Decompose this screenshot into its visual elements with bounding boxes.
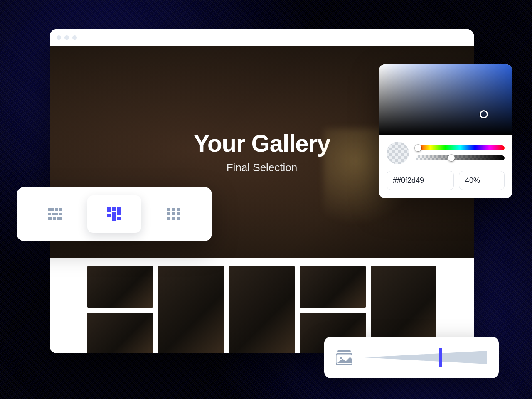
size-slider-handle[interactable] <box>439 348 442 367</box>
color-picker-panel: ##0f2d49 40% <box>379 64 512 198</box>
window-dot <box>57 35 61 40</box>
image-icon <box>336 350 352 365</box>
transparency-swatch <box>387 142 409 164</box>
window-dot <box>64 35 69 40</box>
svg-rect-19 <box>172 212 175 215</box>
color-controls: ##0f2d49 40% <box>379 135 512 198</box>
svg-rect-22 <box>172 217 175 220</box>
layout-masonry-icon <box>107 207 121 221</box>
svg-rect-12 <box>112 212 116 221</box>
svg-marker-27 <box>364 351 487 364</box>
svg-rect-6 <box>48 217 52 220</box>
color-saturation-area[interactable] <box>379 64 512 135</box>
hex-value: ##0f2d49 <box>393 176 424 185</box>
svg-rect-24 <box>337 350 351 352</box>
svg-point-26 <box>340 357 342 359</box>
layout-grid-button[interactable] <box>147 195 201 233</box>
svg-rect-10 <box>107 214 111 217</box>
thumbnail[interactable] <box>158 266 224 353</box>
svg-rect-13 <box>117 207 121 215</box>
gallery-subtitle: Final Selection <box>227 161 298 174</box>
layout-chooser-panel <box>17 187 212 241</box>
gallery-title: Your Gallery <box>194 129 330 157</box>
svg-rect-21 <box>167 217 170 220</box>
alpha-input[interactable]: 40% <box>459 171 505 190</box>
svg-rect-18 <box>167 212 170 215</box>
thumbnail[interactable] <box>87 266 153 308</box>
hex-input[interactable]: ##0f2d49 <box>387 171 454 190</box>
window-dot <box>72 35 77 40</box>
svg-rect-5 <box>59 213 62 215</box>
svg-rect-3 <box>48 213 51 215</box>
color-cursor[interactable] <box>480 110 488 118</box>
browser-titlebar <box>50 29 474 46</box>
layout-grid-icon <box>167 208 180 220</box>
svg-rect-8 <box>57 217 62 220</box>
thumbnail[interactable] <box>300 266 365 308</box>
svg-rect-2 <box>59 208 62 211</box>
layout-rows-button[interactable] <box>28 195 82 233</box>
svg-rect-20 <box>177 212 180 215</box>
hue-slider[interactable] <box>416 145 505 150</box>
svg-rect-11 <box>112 207 116 211</box>
layout-masonry-button[interactable] <box>87 195 141 233</box>
thumbnail-size-panel <box>324 337 499 378</box>
svg-rect-23 <box>177 217 180 220</box>
thumbnail[interactable] <box>87 313 153 353</box>
svg-rect-17 <box>177 208 180 211</box>
svg-rect-15 <box>167 208 170 211</box>
svg-rect-4 <box>52 213 58 215</box>
layout-rows-icon <box>48 208 62 220</box>
alpha-slider[interactable] <box>416 155 505 160</box>
alpha-value: 40% <box>465 176 480 185</box>
svg-rect-1 <box>55 208 58 211</box>
svg-rect-0 <box>48 208 54 211</box>
thumbnail[interactable] <box>229 266 295 353</box>
size-slider[interactable] <box>364 349 487 366</box>
svg-rect-14 <box>117 217 121 220</box>
svg-rect-9 <box>107 207 111 212</box>
svg-rect-16 <box>172 208 175 211</box>
svg-rect-7 <box>53 217 56 220</box>
